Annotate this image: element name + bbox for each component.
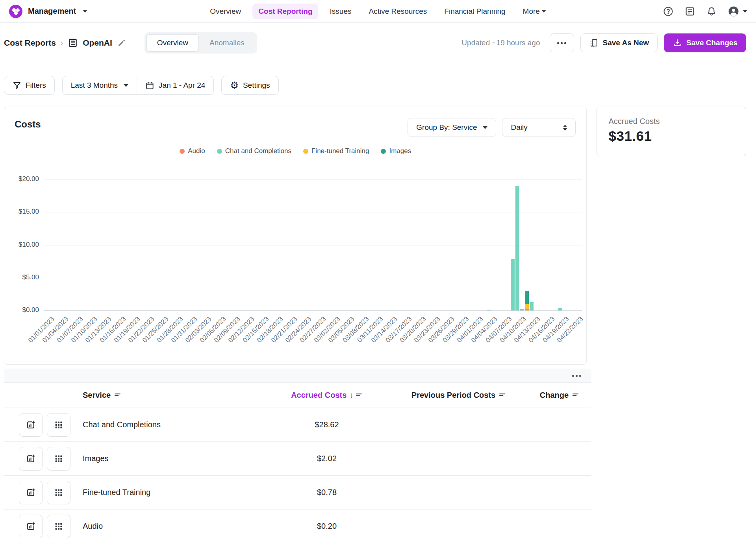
add-to-chart-button[interactable]: [19, 481, 43, 504]
filter-funnel-icon: [13, 81, 21, 90]
save-as-new-button[interactable]: Save As New: [580, 33, 658, 52]
gridline: [44, 179, 582, 180]
breadcrumb: Cost Reports › OpenAI: [4, 38, 126, 48]
resources-grid-button[interactable]: [47, 413, 70, 437]
top-nav: Management Overview Cost Reporting Issue…: [0, 0, 756, 23]
tab-overview[interactable]: Overview: [146, 34, 199, 52]
report-actions: Updated ~19 hours ago Save As New Save C…: [461, 33, 746, 52]
help-icon[interactable]: [663, 6, 674, 17]
y-axis-tick-label: $15.00: [7, 208, 39, 216]
notifications-bell-icon[interactable]: [706, 6, 717, 17]
service-name-cell: Images: [83, 454, 264, 463]
period-preset-dropdown[interactable]: Last 3 Months: [63, 76, 137, 94]
resources-grid-button[interactable]: [47, 481, 70, 504]
accrued-costs-value: $31.61: [608, 128, 734, 144]
edit-title-pencil-icon[interactable]: [117, 38, 126, 48]
nav-item-overview[interactable]: Overview: [204, 4, 247, 19]
save-download-icon: [673, 38, 682, 48]
nav-item-active-resources[interactable]: Active Resources: [363, 4, 433, 19]
bar-segment[interactable]: [520, 309, 524, 310]
accrued-costs-label: Accrued Costs: [608, 117, 734, 126]
settings-button[interactable]: ⚙ Settings: [221, 76, 278, 95]
gridline: [44, 278, 582, 278]
last-updated-text: Updated ~19 hours ago: [461, 39, 540, 47]
workspace-switcher[interactable]: Management: [9, 4, 87, 18]
chart-add-icon: [26, 420, 35, 430]
grid-dots-icon: [54, 420, 63, 430]
breadcrumb-cost-reports[interactable]: Cost Reports: [4, 38, 56, 48]
avatar-icon: [728, 6, 739, 17]
grid-dots-icon: [54, 522, 63, 531]
tab-anomalies[interactable]: Anomalies: [199, 34, 255, 52]
main-nav: Overview Cost Reporting Issues Active Re…: [204, 4, 552, 19]
breadcrumb-separator: ›: [61, 39, 63, 47]
y-axis-line: [44, 179, 44, 310]
table-row: Fine-tuned Training $0.78: [4, 476, 591, 510]
resources-grid-button[interactable]: [47, 515, 70, 538]
add-to-chart-button[interactable]: [19, 447, 43, 471]
report-header-row: Cost Reports › OpenAI Overview Anomalies…: [0, 23, 756, 63]
column-header-change[interactable]: Change: [528, 391, 591, 400]
resources-grid-button[interactable]: [47, 447, 70, 471]
y-axis-tick-label: $5.00: [7, 273, 39, 281]
table-header-row: Service Accrued Costs ↓ Previous Period …: [4, 383, 591, 408]
grid-dots-icon: [54, 454, 63, 463]
nav-item-issues[interactable]: Issues: [324, 4, 358, 19]
filters-button[interactable]: Filters: [4, 76, 55, 95]
chart-add-icon: [26, 522, 35, 531]
save-as-new-label: Save As New: [603, 39, 649, 47]
table-row: Audio $0.20: [4, 510, 591, 543]
column-header-service-label: Service: [83, 391, 111, 400]
date-range-picker[interactable]: Jan 1 - Apr 24: [137, 76, 213, 94]
column-header-service[interactable]: Service: [83, 391, 264, 400]
gridline: [44, 245, 582, 246]
gridline: [44, 212, 582, 212]
costs-table: Service Accrued Costs ↓ Previous Period …: [4, 383, 591, 543]
duplicate-icon: [589, 38, 598, 48]
more-actions-button[interactable]: [550, 33, 574, 52]
sort-desc-arrow-icon: ↓: [350, 391, 354, 400]
nav-item-cost-reporting[interactable]: Cost Reporting: [252, 4, 318, 19]
y-axis-tick-label: $20.00: [7, 175, 39, 183]
chart-add-icon: [26, 454, 35, 463]
service-name-cell: Fine-tuned Training: [83, 488, 264, 497]
accrued-costs-card: Accrued Costs $31.61: [597, 107, 746, 156]
row-actions: [4, 515, 83, 538]
chevron-down-icon: [124, 84, 128, 87]
filters-label: Filters: [26, 81, 46, 90]
bar-segment[interactable]: [487, 310, 491, 310]
table-toolbar: [4, 369, 591, 383]
chevron-down-icon: [83, 10, 87, 13]
nav-item-financial-planning[interactable]: Financial Planning: [438, 4, 511, 19]
column-header-change-label: Change: [540, 391, 569, 400]
column-header-previous-period[interactable]: Previous Period Costs: [390, 391, 528, 400]
main-content: Costs Group By: Service Daily AudioChat …: [0, 95, 756, 365]
bar-segment[interactable]: [525, 291, 529, 304]
service-name-cell: Audio: [83, 522, 264, 531]
bar-segment[interactable]: [525, 304, 529, 309]
bar-segment[interactable]: [558, 308, 562, 310]
add-to-chart-button[interactable]: [19, 413, 43, 437]
changelog-icon[interactable]: [684, 6, 695, 17]
nav-item-more[interactable]: More: [517, 4, 552, 19]
gridline: [44, 310, 582, 311]
column-header-previous-label: Previous Period Costs: [411, 391, 495, 400]
sort-lines-icon: [114, 391, 121, 399]
workspace-name: Management: [28, 7, 76, 16]
sort-lines-icon: [355, 391, 363, 399]
grid-dots-icon: [54, 488, 63, 497]
bar-segment[interactable]: [511, 259, 515, 310]
table-row: Chat and Completions $28.62: [4, 408, 591, 442]
bar-segment[interactable]: [525, 309, 529, 310]
table-more-button[interactable]: [572, 375, 581, 377]
save-changes-button[interactable]: Save Changes: [664, 33, 746, 52]
user-menu[interactable]: [728, 6, 747, 17]
date-range-group: Last 3 Months Jan 1 - Apr 24: [62, 76, 214, 95]
bar-segment[interactable]: [530, 302, 534, 310]
period-preset-label: Last 3 Months: [71, 81, 118, 90]
top-nav-actions: [663, 6, 747, 17]
bar-segment[interactable]: [515, 186, 519, 310]
column-header-accrued-costs[interactable]: Accrued Costs ↓: [264, 391, 390, 400]
add-to-chart-button[interactable]: [19, 515, 43, 538]
column-header-accrued-label: Accrued Costs: [291, 391, 346, 400]
